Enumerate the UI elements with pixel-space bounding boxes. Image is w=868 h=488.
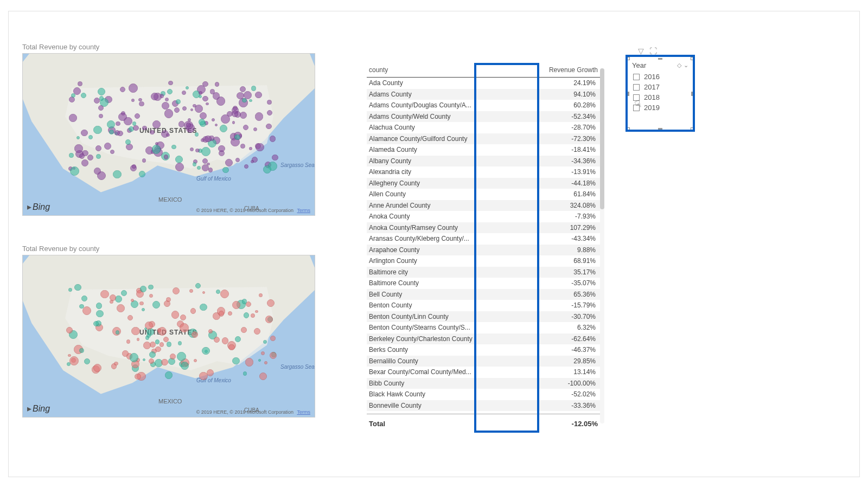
- map-bubble[interactable]: [74, 284, 81, 291]
- map-bubble[interactable]: [124, 117, 132, 125]
- map-bubble[interactable]: [258, 359, 261, 362]
- table-row[interactable]: Benton County/Stearns County/S...6.32%: [367, 322, 600, 333]
- map-bubble[interactable]: [195, 149, 200, 153]
- map-bubble[interactable]: [218, 145, 225, 152]
- map-bubble[interactable]: [131, 327, 139, 335]
- table-scrollbar[interactable]: [600, 68, 604, 423]
- map-bubble[interactable]: [202, 81, 208, 87]
- map-bubble[interactable]: [157, 328, 162, 332]
- map-bubble[interactable]: [171, 145, 176, 149]
- map-bubble[interactable]: [149, 351, 156, 358]
- table-row[interactable]: Bibb County-100.00%: [367, 378, 600, 389]
- map-bubble[interactable]: [68, 354, 71, 357]
- resize-handle[interactable]: [627, 57, 630, 60]
- table-row[interactable]: Albany County-34.36%: [367, 156, 600, 167]
- map-bubble[interactable]: [110, 294, 116, 301]
- map-bubble[interactable]: [122, 350, 129, 357]
- resize-handle[interactable]: [658, 128, 662, 130]
- table-row[interactable]: Berkeley County/Charleston County-62.64%: [367, 333, 600, 345]
- map-bubble[interactable]: [186, 123, 191, 127]
- map-bubble[interactable]: [240, 144, 245, 149]
- map-bubble[interactable]: [210, 89, 215, 94]
- map-bubble[interactable]: [265, 316, 273, 323]
- map-bubble[interactable]: [201, 147, 210, 156]
- table-row[interactable]: Anoka County-7.93%: [367, 211, 600, 222]
- map-bubble[interactable]: [113, 170, 121, 178]
- map-bubble[interactable]: [126, 339, 130, 343]
- map-bubble[interactable]: [193, 162, 196, 166]
- table-row[interactable]: Adams County/Douglas County/A...60.28%: [367, 100, 600, 111]
- table-row[interactable]: Aransas County/Kleberg County/...-43.34%: [367, 233, 600, 245]
- map-bubble[interactable]: [270, 136, 276, 142]
- table-row[interactable]: Alamance County/Guilford County-72.30%: [367, 133, 600, 145]
- map-bubble[interactable]: [195, 132, 199, 137]
- map-bubble[interactable]: [251, 86, 257, 91]
- table-row[interactable]: Arapahoe County9.88%: [367, 245, 600, 256]
- map-bubble[interactable]: [181, 362, 189, 370]
- map-bubble[interactable]: [173, 287, 180, 294]
- map-bubble[interactable]: [95, 145, 101, 151]
- table-row[interactable]: Bonneville County-33.36%: [367, 400, 600, 412]
- map-bubble[interactable]: [142, 126, 146, 130]
- resize-handle[interactable]: [691, 92, 693, 96]
- table-row[interactable]: Benton County-15.79%: [367, 300, 600, 311]
- map-bubble[interactable]: [270, 352, 277, 359]
- map-bubble[interactable]: [178, 121, 185, 127]
- map-bubble[interactable]: [99, 114, 103, 118]
- table-row[interactable]: Alameda County-18.41%: [367, 144, 600, 156]
- map-bubble[interactable]: [190, 108, 193, 111]
- year-slicer[interactable]: Year ◇ ⌄ 2016201720182019: [629, 59, 692, 129]
- table-row[interactable]: Bernalillo County29.85%: [367, 356, 600, 367]
- map-bubble[interactable]: [259, 373, 267, 380]
- map-bubble[interactable]: [166, 297, 171, 302]
- map-bubble[interactable]: [69, 114, 76, 121]
- table-row[interactable]: Allegheny County-44.18%: [367, 178, 600, 189]
- map-bubble[interactable]: [216, 290, 220, 294]
- map-bubble[interactable]: [69, 153, 73, 157]
- map-bubble[interactable]: [140, 286, 146, 292]
- map-bubble[interactable]: [263, 165, 271, 174]
- map-bubble[interactable]: [155, 346, 161, 352]
- map-bubble[interactable]: [127, 315, 133, 320]
- slicer-item-2016[interactable]: 2016: [629, 72, 692, 82]
- map-bubble[interactable]: [202, 164, 209, 171]
- resize-handle[interactable]: [691, 127, 694, 131]
- map-bubble[interactable]: [259, 293, 262, 297]
- map-bubble[interactable]: [251, 313, 255, 318]
- map-bubble[interactable]: [131, 99, 134, 101]
- map-bubble[interactable]: [228, 344, 235, 351]
- map-bubble[interactable]: [200, 304, 207, 311]
- checkbox[interactable]: [633, 74, 640, 80]
- map-bubble[interactable]: [152, 301, 160, 309]
- map-bubble[interactable]: [240, 112, 247, 119]
- checkbox[interactable]: [633, 84, 640, 91]
- table-row[interactable]: Arlington County68.91%: [367, 255, 600, 267]
- resize-handle[interactable]: [691, 57, 694, 60]
- map-bubble[interactable]: [202, 96, 208, 101]
- map-bubble[interactable]: [244, 164, 248, 169]
- map-bubble[interactable]: [94, 98, 100, 104]
- map-bubble[interactable]: [96, 310, 104, 318]
- map-bubble[interactable]: [155, 339, 159, 344]
- map-bubble[interactable]: [142, 308, 145, 311]
- terms-link[interactable]: Terms: [297, 409, 311, 415]
- map-bubble[interactable]: [264, 361, 267, 364]
- map-bubble[interactable]: [241, 327, 246, 332]
- table-row[interactable]: Allen County61.84%: [367, 189, 600, 200]
- map-bubble[interactable]: [159, 342, 164, 346]
- table-row[interactable]: Bell County65.36%: [367, 289, 600, 300]
- map-bubble[interactable]: [256, 143, 264, 151]
- map-bubble[interactable]: [70, 166, 79, 176]
- map-bubble[interactable]: [190, 147, 194, 151]
- header-county[interactable]: county: [367, 63, 536, 77]
- map-bubble[interactable]: [130, 353, 138, 362]
- map-bubble[interactable]: [161, 359, 168, 365]
- map-bubble[interactable]: [190, 308, 196, 314]
- map-bubble[interactable]: [272, 155, 278, 160]
- table-visual[interactable]: county Revenue Growth Ada County24.19%Ad…: [367, 63, 600, 432]
- map-bubble[interactable]: [137, 338, 139, 341]
- map-bubble[interactable]: [194, 359, 197, 362]
- table-row[interactable]: Baltimore County-35.07%: [367, 278, 600, 289]
- map-bubble[interactable]: [207, 369, 214, 377]
- map-bubble[interactable]: [244, 91, 252, 99]
